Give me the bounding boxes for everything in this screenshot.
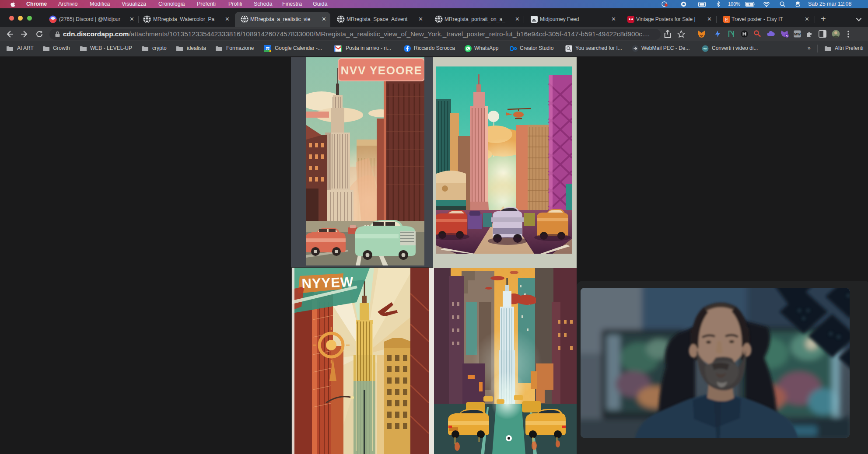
svg-text:E: E <box>725 16 728 23</box>
svg-text:31: 31 <box>266 47 270 51</box>
svg-text:5: 5 <box>786 34 788 38</box>
svg-text:NYYEW: NYYEW <box>301 274 354 291</box>
svg-text:NVV YEOORE: NVV YEOORE <box>341 64 422 77</box>
svg-text:MW: MW <box>794 32 801 36</box>
